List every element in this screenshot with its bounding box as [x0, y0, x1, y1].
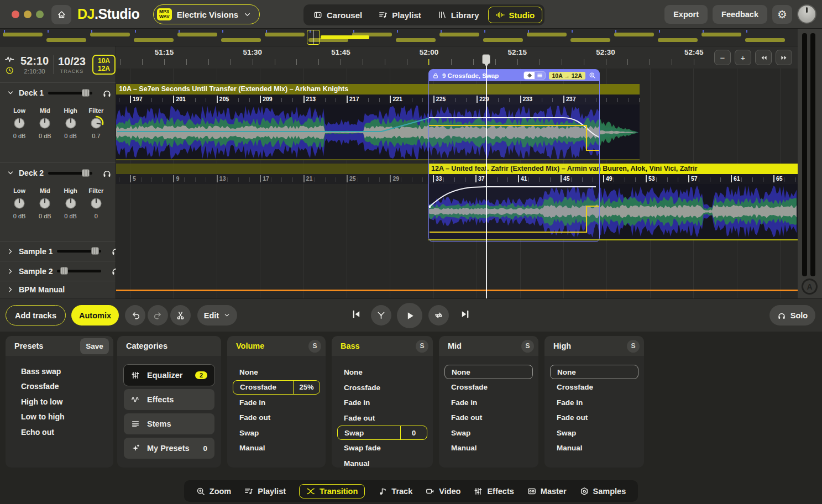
preset-item[interactable]: Echo out	[6, 424, 113, 440]
tab-studio[interactable]: Studio	[488, 7, 543, 23]
option-manual[interactable]: Manual	[227, 440, 326, 456]
knob-low[interactable]: Low0 dB	[11, 187, 28, 219]
level-slider[interactable]	[57, 270, 101, 272]
crossfade-header[interactable]: 9 Crossfade, Swap 10A → 12A	[429, 70, 599, 81]
knob-mid[interactable]: Mid0 dB	[36, 187, 53, 219]
option-swap-fade[interactable]: Swap fade	[332, 440, 433, 456]
option-fade-in[interactable]: Fade in	[544, 395, 644, 411]
redo-button[interactable]	[148, 305, 168, 326]
list-view-icon[interactable]	[535, 72, 545, 79]
settings-button[interactable]: ⚙	[772, 5, 792, 24]
playhead-handle[interactable]	[482, 54, 490, 64]
chevron-right-icon[interactable]	[7, 248, 14, 255]
slider-handle[interactable]	[82, 89, 90, 97]
save-preset-button[interactable]: Save	[80, 338, 109, 354]
sample-row-2[interactable]: Sample 2	[0, 261, 116, 281]
option-crossfade[interactable]: Crossfade	[439, 380, 538, 395]
option-crossfade[interactable]: Crossfade	[544, 380, 644, 395]
headphones-cue-button[interactable]	[102, 169, 112, 178]
knob-dial[interactable]	[36, 195, 53, 212]
toolbar-item-samples[interactable]: Samples	[580, 487, 626, 496]
knob-dial[interactable]	[11, 115, 28, 132]
bpm-manual-row[interactable]: BPM Manual	[0, 281, 116, 298]
automix-button[interactable]: Automix	[71, 305, 119, 326]
skip-forward-button[interactable]	[460, 309, 470, 319]
undo-button[interactable]	[125, 305, 145, 326]
deck-header[interactable]: Deck 1	[0, 83, 116, 103]
toolbar-item-zoom[interactable]: Zoom	[196, 487, 231, 496]
knob-high[interactable]: High0 dB	[62, 107, 79, 139]
window-minimize-button[interactable]	[24, 11, 32, 18]
preset-item[interactable]: High to low	[6, 394, 113, 410]
solo-toggle-button[interactable]: S	[416, 340, 428, 353]
preset-item[interactable]: Crossfade	[6, 379, 113, 395]
knob-dial[interactable]	[62, 115, 79, 132]
time-ruler[interactable]: 51:1551:3051:4552:0052:1552:3052:45−+	[116, 46, 798, 69]
category-my-presets[interactable]: My Presets0	[124, 438, 214, 459]
crossfade-region[interactable]: 9 Crossfade, Swap 10A → 12A	[428, 69, 600, 242]
option-crossfade[interactable]: Crossfade	[332, 380, 433, 396]
bpm-automation-line[interactable]	[116, 290, 798, 291]
edit-menu-button[interactable]: Edit	[197, 305, 237, 326]
window-zoom-button[interactable]	[36, 11, 44, 18]
knob-dial[interactable]	[11, 195, 28, 212]
solo-toggle-button[interactable]: S	[308, 340, 321, 353]
minimap-viewport[interactable]	[307, 30, 320, 45]
solo-toggle-button[interactable]: S	[627, 340, 640, 353]
headphones-cue-button[interactable]	[102, 88, 112, 98]
jump-back-button[interactable]	[755, 50, 772, 65]
knob-dial[interactable]	[36, 115, 53, 132]
knob-filter[interactable]: Filter0	[88, 187, 104, 219]
export-button[interactable]: Export	[664, 5, 708, 24]
skip-back-button[interactable]	[352, 309, 361, 319]
toolbar-item-playlist[interactable]: Playlist	[244, 487, 286, 496]
toolbar-item-transition[interactable]: Transition	[299, 484, 365, 498]
category-effects[interactable]: Effects	[124, 389, 214, 410]
toolbar-item-effects[interactable]: Effects	[474, 487, 514, 496]
tab-playlist[interactable]: Playlist	[371, 7, 429, 23]
option-none[interactable]: None	[444, 365, 533, 379]
waveform-view-icon[interactable]	[524, 72, 535, 79]
zoom-in-button[interactable]: +	[735, 50, 751, 65]
knob-filter[interactable]: Filter0.7	[88, 107, 104, 139]
option-manual[interactable]: Manual	[439, 440, 538, 456]
option-swap[interactable]: Swap	[439, 426, 538, 441]
solo-toggle-button[interactable]: S	[521, 340, 534, 353]
option-fade-in[interactable]: Fade in	[439, 395, 538, 411]
feedback-button[interactable]: Feedback	[713, 5, 767, 24]
preset-item[interactable]: Bass swap	[6, 364, 113, 379]
slider-handle[interactable]	[82, 169, 90, 177]
loop-button[interactable]	[428, 305, 449, 326]
level-slider[interactable]	[57, 250, 101, 253]
option-manual[interactable]: Manual	[332, 456, 433, 468]
category-equalizer[interactable]: Equalizer2	[124, 365, 214, 386]
sample-row-1[interactable]: Sample 1	[0, 242, 116, 261]
level-slider[interactable]	[48, 92, 92, 95]
window-close-button[interactable]	[12, 11, 19, 18]
slider-handle[interactable]	[91, 247, 99, 255]
option-swap[interactable]: Swap0	[337, 426, 427, 440]
cut-button[interactable]	[170, 305, 191, 326]
tab-library[interactable]: Library	[430, 7, 487, 23]
option-swap[interactable]: Swap	[544, 426, 644, 441]
knob-mid[interactable]: Mid0 dB	[36, 107, 53, 139]
level-slider[interactable]	[48, 172, 92, 175]
tab-carousel[interactable]: Carousel	[306, 7, 370, 23]
option-manual[interactable]: Manual	[544, 440, 644, 456]
master-volume-knob[interactable]	[797, 4, 816, 24]
slider-handle[interactable]	[60, 267, 68, 275]
timeline-minimap[interactable]	[0, 29, 798, 46]
project-selector[interactable]: MP3WAV Electric Visions	[153, 4, 260, 24]
toolbar-item-master[interactable]: Master	[527, 487, 567, 496]
knob-dial[interactable]	[62, 195, 79, 212]
chevron-right-icon[interactable]	[7, 267, 14, 275]
category-stems[interactable]: Stems	[124, 413, 214, 434]
chevron-down-icon[interactable]	[7, 169, 14, 177]
home-button[interactable]	[51, 5, 71, 24]
knob-low[interactable]: Low0 dB	[11, 107, 28, 139]
option-fade-out[interactable]: Fade out	[439, 410, 538, 426]
option-fade-out[interactable]: Fade out	[227, 410, 326, 426]
knob-dial[interactable]	[88, 195, 104, 212]
preset-item[interactable]: Low to high	[6, 410, 113, 425]
knob-dial[interactable]	[88, 115, 104, 132]
